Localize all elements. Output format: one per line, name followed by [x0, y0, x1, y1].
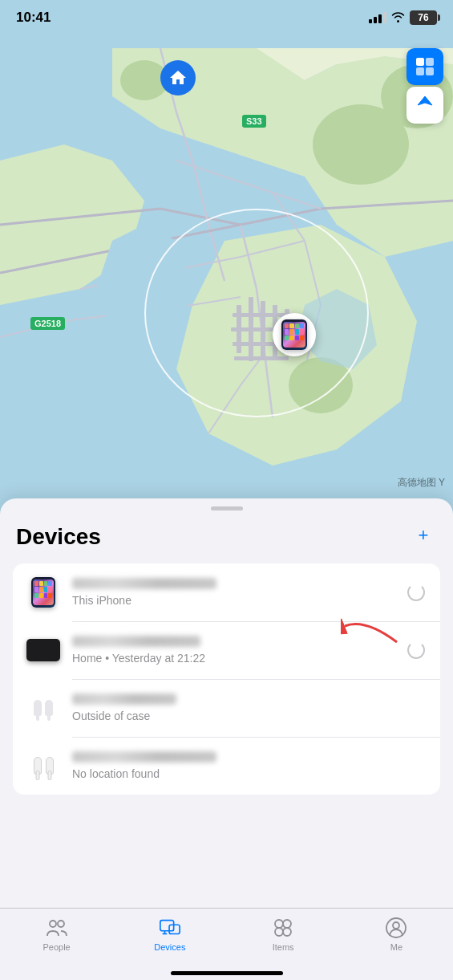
- me-tab-label: Me: [390, 942, 402, 952]
- device-map-pin[interactable]: [273, 313, 316, 356]
- status-bar: 10:41 76: [0, 0, 453, 35]
- airpods-shape: [34, 700, 53, 716]
- tab-devices[interactable]: Devices: [113, 915, 226, 952]
- svg-point-26: [275, 920, 283, 928]
- tab-items[interactable]: Items: [227, 915, 340, 952]
- sheet-header: Devices +: [0, 517, 453, 563]
- devices-tab-icon: [159, 917, 181, 939]
- sheet-handle: [211, 506, 243, 510]
- airpods-device-status: Outside of case: [72, 710, 150, 722]
- iphone-device-action: [405, 581, 427, 604]
- airpods-pro-device-info: No location found: [72, 751, 405, 781]
- location-button[interactable]: [406, 87, 443, 124]
- status-icons: 76: [369, 10, 437, 25]
- airpods-device-info: Outside of case: [72, 693, 405, 723]
- appletv-device-status: Home • Yesterday at 21:22: [72, 652, 205, 665]
- tab-me[interactable]: Me: [340, 915, 453, 952]
- svg-rect-16: [426, 67, 434, 75]
- svg-point-21: [58, 921, 64, 927]
- sheet-title: Devices: [16, 524, 101, 550]
- map-container[interactable]: S33 G2518: [0, 0, 453, 546]
- iphone-device-icon: [26, 575, 61, 610]
- battery-icon: 76: [410, 10, 437, 25]
- svg-rect-15: [416, 67, 424, 75]
- airpods-pro-shape: [34, 757, 54, 775]
- status-time: 10:41: [16, 10, 51, 26]
- map-view-button[interactable]: [406, 48, 443, 85]
- home-indicator: [171, 971, 283, 975]
- tab-bar: People Devices Items: [0, 908, 453, 980]
- svg-rect-22: [160, 921, 174, 931]
- me-tab-icon: [385, 917, 407, 939]
- appletv-spinner: [407, 641, 425, 659]
- device-item-airpods[interactable]: Outside of case: [13, 679, 440, 737]
- airpods-device-name: [72, 693, 176, 705]
- annotation-arrow: [341, 610, 405, 653]
- road-label-s33: S33: [242, 115, 266, 128]
- device-location-circle: [144, 209, 369, 417]
- home-pin: [160, 60, 196, 96]
- svg-point-20: [50, 921, 56, 927]
- items-tab-label: Items: [273, 942, 294, 952]
- iphone-device-name: [72, 578, 216, 589]
- people-tab-icon: [46, 917, 68, 939]
- svg-rect-14: [426, 58, 434, 66]
- tab-people[interactable]: People: [0, 915, 113, 952]
- device-list: This iPhone Home • Yesterday at 21:22: [13, 563, 440, 795]
- appletv-device-action: [405, 639, 427, 661]
- appletv-device-name: [72, 636, 200, 647]
- road-label-g2518: G2518: [30, 317, 65, 330]
- svg-rect-13: [416, 58, 424, 66]
- map-background: S33 G2518: [0, 0, 453, 546]
- map-controls: [406, 48, 443, 124]
- airpods-pro-device-icon: [26, 748, 61, 783]
- svg-point-31: [393, 922, 399, 929]
- svg-point-27: [283, 920, 291, 928]
- device-pin-icon: [281, 319, 307, 350]
- appletv-device-icon: [26, 632, 61, 668]
- wifi-icon: [391, 11, 405, 25]
- signal-icon: [369, 12, 386, 23]
- items-tab-icon: [272, 917, 294, 939]
- airpods-device-icon: [26, 690, 61, 726]
- people-tab-label: People: [42, 942, 70, 952]
- iphone-device-info: This iPhone: [72, 578, 405, 608]
- iphone-device-status: This iPhone: [72, 594, 131, 607]
- airpods-pro-device-status: No location found: [72, 767, 160, 780]
- svg-point-28: [275, 928, 283, 936]
- map-watermark: 高德地图 Y: [398, 476, 445, 490]
- device-item-airpods-pro[interactable]: No location found: [13, 737, 440, 795]
- iphone-spinner: [407, 584, 425, 601]
- airpods-pro-device-action: [405, 754, 427, 777]
- svg-text:+: +: [419, 526, 429, 545]
- airpods-device-action: [405, 697, 427, 719]
- svg-point-29: [283, 928, 291, 936]
- add-device-button[interactable]: +: [410, 523, 437, 551]
- svg-rect-23: [169, 925, 180, 933]
- devices-tab-label: Devices: [154, 942, 185, 952]
- airpods-pro-device-name: [72, 751, 216, 762]
- appletv-shape: [26, 639, 60, 661]
